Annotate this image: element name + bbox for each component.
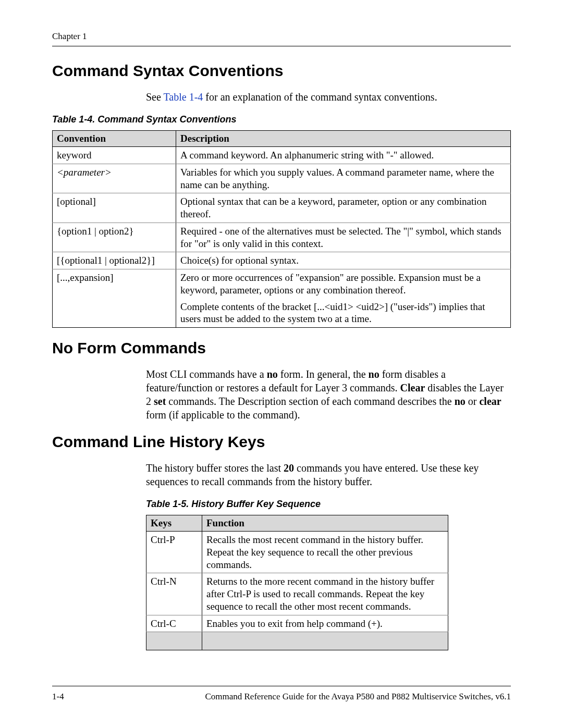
- cell-function: Recalls the most recent command in the h…: [202, 532, 448, 573]
- page: Chapter 1 Command Syntax Conventions See…: [0, 0, 563, 728]
- table-row: {option1 | option2} Required - one of th…: [53, 223, 511, 252]
- table-row: [{optional1 | optional2}] Choice(s) for …: [53, 252, 511, 269]
- section-title-history: Command Line History Keys: [52, 433, 511, 451]
- cell-keys: Ctrl-C: [146, 615, 202, 632]
- th-convention: Convention: [53, 131, 176, 147]
- history-para: The history buffer stores the last 20 co…: [146, 461, 511, 488]
- noform-para: Most CLI commands have a no form. In gen…: [146, 367, 511, 422]
- cell-convention: <parameter>: [53, 164, 176, 193]
- th-function: Function: [202, 515, 448, 532]
- bold-no: no: [369, 368, 380, 380]
- text: Most CLI commands have a: [146, 368, 267, 380]
- cell-convention: [optional]: [53, 193, 176, 223]
- syntax-intro: See Table 1-4 for an explanation of the …: [146, 90, 511, 104]
- cell-description: Zero or more occurrences of "expansion" …: [176, 269, 511, 299]
- table-row: Ctrl-C Enables you to exit from help com…: [146, 615, 448, 632]
- table-1-5: Keys Function Ctrl-P Recalls the most re…: [146, 515, 448, 650]
- cell-description: Required - one of the alternatives must …: [176, 223, 511, 252]
- page-footer: 1-4 Command Reference Guide for the Avay…: [52, 686, 511, 702]
- table-1-4-link[interactable]: Table 1-4: [164, 91, 203, 103]
- table-row: <parameter> Variables for which you supp…: [53, 164, 511, 193]
- footer-doc-title: Command Reference Guide for the Avaya P5…: [205, 692, 511, 702]
- th-description: Description: [176, 131, 511, 147]
- cell-description: Optional syntax that can be a keyword, p…: [176, 193, 511, 223]
- bold-no: no: [455, 396, 466, 407]
- cell-description-extra: Complete contents of the bracket [...<ui…: [176, 299, 511, 328]
- bold-clear: clear: [479, 396, 501, 407]
- text: form (if applicable to the command).: [146, 409, 300, 421]
- section-title-noform: No Form Commands: [52, 339, 511, 357]
- th-keys: Keys: [146, 515, 202, 532]
- table-row: Complete contents of the bracket [...<ui…: [53, 299, 511, 328]
- bold-no: no: [267, 368, 278, 380]
- empty-cell: [146, 632, 202, 650]
- cell-function: Returns to the more recent command in th…: [202, 573, 448, 615]
- cell-convention-empty: [53, 299, 176, 328]
- text: The history buffer stores the last: [146, 462, 284, 474]
- table-header-row: Convention Description: [53, 131, 511, 147]
- empty-cell: [202, 632, 448, 650]
- section-title-syntax: Command Syntax Conventions: [52, 62, 511, 80]
- bold-clear: Clear: [400, 382, 425, 393]
- table-row: Ctrl-P Recalls the most recent command i…: [146, 532, 448, 573]
- table-row: [...,expansion] Zero or more occurrences…: [53, 269, 511, 299]
- text: commands. The Description section of eac…: [166, 396, 454, 407]
- bold-20: 20: [284, 462, 294, 474]
- syntax-intro-post: for an explanation of the command syntax…: [203, 91, 437, 103]
- cell-convention: [...,expansion]: [53, 269, 176, 299]
- cell-convention: keyword: [53, 147, 176, 164]
- table-header-row: Keys Function: [146, 515, 448, 532]
- cell-description: Variables for which you supply values. A…: [176, 164, 511, 193]
- table-row: keyword A command keyword. An alphanumer…: [53, 147, 511, 164]
- cell-description: Choice(s) for optional syntax.: [176, 252, 511, 269]
- footer-rule: [52, 686, 511, 686]
- table-empty-footer-row: [146, 632, 448, 650]
- table-1-4: Convention Description keyword A command…: [52, 130, 511, 328]
- table-row: Ctrl-N Returns to the more recent comman…: [146, 573, 448, 615]
- header-chapter: Chapter 1: [52, 31, 511, 42]
- cell-convention: {option1 | option2}: [53, 223, 176, 252]
- text: form. In general, the: [278, 368, 369, 380]
- syntax-intro-pre: See: [146, 91, 164, 103]
- table-1-5-caption: Table 1-5. History Buffer Key Sequence: [146, 499, 448, 510]
- footer-page-number: 1-4: [52, 692, 64, 702]
- cell-function: Enables you to exit from help command (+…: [202, 615, 448, 632]
- cell-description: A command keyword. An alphanumeric strin…: [176, 147, 511, 164]
- cell-keys: Ctrl-N: [146, 573, 202, 615]
- header-rule: [52, 46, 511, 46]
- cell-convention: [{optional1 | optional2}]: [53, 252, 176, 269]
- bold-set: set: [154, 396, 166, 407]
- text: or: [466, 396, 480, 407]
- table-1-4-caption: Table 1-4. Command Syntax Conventions: [52, 114, 511, 125]
- cell-keys: Ctrl-P: [146, 532, 202, 573]
- table-row: [optional] Optional syntax that can be a…: [53, 193, 511, 223]
